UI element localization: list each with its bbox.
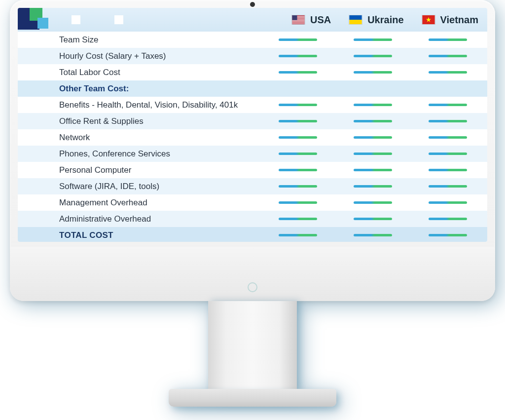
table-header-row: USA Ukraine Vietnam (18, 8, 487, 32)
value-bar-icon (279, 185, 317, 188)
value-cell (410, 71, 485, 74)
value-bar-icon (279, 218, 317, 220)
value-bar-icon (354, 218, 392, 220)
value-bar-icon (429, 234, 467, 236)
value-bar-icon (354, 104, 392, 106)
value-bar-icon (354, 120, 392, 122)
table-row: Benefits - Health, Dental, Vision, Disab… (18, 97, 487, 113)
value-cell (260, 153, 335, 155)
value-cell (335, 169, 410, 171)
table-row: Management Overhead (18, 194, 487, 211)
row-label: Software (JIRA, IDE, tools) (18, 182, 260, 191)
value-cell (260, 169, 335, 171)
value-bar-icon (279, 104, 317, 106)
monitor-stand-base (169, 389, 336, 407)
value-bar-icon (429, 120, 467, 122)
row-label: Office Rent & Supplies (18, 116, 260, 126)
value-bar-icon (354, 136, 392, 139)
value-cell (260, 201, 335, 204)
flag-usa-icon (291, 15, 305, 25)
value-bar-icon (354, 169, 392, 171)
value-cell (410, 185, 485, 188)
value-bar-icon (354, 71, 392, 74)
country-header-usa: USA (283, 14, 340, 26)
value-bar-icon (354, 185, 392, 188)
svg-rect-5 (292, 21, 304, 22)
value-cell (410, 120, 485, 122)
value-bar-icon (279, 169, 317, 171)
value-cell (410, 234, 485, 236)
table-row: Administrative Overhead (18, 211, 487, 227)
value-cell (260, 234, 335, 236)
screen-content: USA Ukraine Vietnam (18, 8, 487, 242)
table-row: Total Labor Cost (18, 64, 487, 80)
value-bar-icon (429, 55, 467, 57)
row-label: Total Labor Cost (18, 68, 260, 77)
svg-rect-7 (292, 15, 297, 20)
value-cell (335, 38, 410, 41)
country-header-vietnam: Vietnam (413, 14, 487, 26)
value-cell (410, 38, 485, 41)
brand-logo (18, 8, 60, 32)
value-bar-icon (429, 153, 467, 155)
value-cell (335, 55, 410, 57)
flag-ukraine-icon (349, 15, 362, 25)
value-cell (335, 234, 410, 236)
monitor-chin (10, 247, 495, 301)
value-cell (410, 218, 485, 220)
value-bar-icon (354, 153, 392, 155)
value-bar-icon (429, 169, 467, 171)
row-label: Other Team Cost: (18, 84, 260, 94)
country-label: Ukraine (367, 14, 403, 26)
value-cell (260, 120, 335, 122)
table-row: Office Rent & Supplies (18, 113, 487, 129)
table-row: Phones, Conference Services (18, 146, 487, 162)
value-bar-icon (429, 185, 467, 188)
header-placeholder-2 (92, 15, 146, 24)
value-cell (410, 169, 485, 171)
table-row: Software (JIRA, IDE, tools) (18, 178, 487, 194)
value-cell (335, 185, 410, 188)
row-label: Network (18, 133, 260, 143)
value-bar-icon (279, 38, 317, 41)
row-label: Team Size (18, 35, 260, 45)
row-label: Administrative Overhead (18, 214, 260, 224)
row-label: Personal Computer (18, 165, 260, 175)
header-placeholder-1 (60, 15, 92, 24)
country-label: USA (310, 14, 331, 26)
svg-rect-4 (292, 20, 304, 21)
value-bar-icon (429, 201, 467, 204)
table-row: Team Size (18, 32, 487, 48)
value-bar-icon (279, 71, 317, 74)
svg-rect-8 (350, 15, 362, 20)
row-label: Benefits - Health, Dental, Vision, Disab… (18, 100, 260, 110)
table-row: Network (18, 129, 487, 146)
value-bar-icon (429, 136, 467, 139)
value-cell (260, 218, 335, 220)
monitor-mockup: USA Ukraine Vietnam (10, 0, 495, 420)
table-row: Personal Computer (18, 162, 487, 178)
value-bar-icon (279, 120, 317, 122)
value-bar-icon (279, 201, 317, 204)
svg-rect-6 (292, 23, 304, 23)
value-bar-icon (279, 136, 317, 139)
table-row: Other Team Cost: (18, 80, 487, 97)
value-bar-icon (354, 201, 392, 204)
value-bar-icon (354, 55, 392, 57)
value-bar-icon (279, 234, 317, 236)
value-cell (260, 71, 335, 74)
value-bar-icon (354, 234, 392, 236)
value-bar-icon (279, 55, 317, 57)
value-cell (260, 38, 335, 41)
value-cell (335, 153, 410, 155)
svg-rect-9 (350, 20, 362, 24)
value-cell (335, 120, 410, 122)
power-button-icon (248, 282, 257, 292)
value-bar-icon (429, 104, 467, 106)
value-bar-icon (279, 153, 317, 155)
monitor-body: USA Ukraine Vietnam (10, 0, 495, 301)
value-cell (410, 55, 485, 57)
country-header-ukraine: Ukraine (340, 14, 412, 26)
value-cell (335, 218, 410, 220)
flag-vietnam-icon (422, 15, 435, 25)
